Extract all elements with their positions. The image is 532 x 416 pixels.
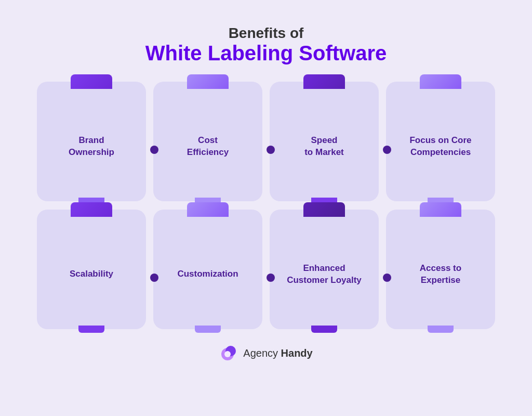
card-focus-core: Focus on CoreCompetencies [386, 82, 495, 201]
benefits-grid: BrandOwnership CostEfficiency Speedto Ma… [37, 82, 495, 329]
card-brand-ownership: BrandOwnership [37, 82, 146, 201]
card-tab-top [303, 202, 345, 217]
card-label-scalability: Scalability [63, 223, 119, 326]
card-label-brand-ownership: BrandOwnership [62, 95, 121, 198]
card-tab-top [71, 74, 112, 89]
card-speed-to-market: Speedto Market [270, 82, 379, 201]
connector-dot-r1-3 [383, 146, 391, 154]
card-tab-bottom [78, 326, 104, 333]
card-label-customer-loyalty: EnhancedCustomer Loyalty [281, 223, 368, 326]
card-label-access-expertise: Access toExpertise [414, 223, 468, 326]
card-customization: Customization [153, 210, 262, 329]
connector-dot-r1-1 [150, 146, 158, 154]
card-tab-bottom [195, 326, 221, 333]
card-tab-top [187, 74, 229, 89]
logo-text-handy: Handy [281, 347, 313, 359]
card-tab-top [420, 202, 461, 217]
card-label-focus-core: Focus on CoreCompetencies [403, 95, 477, 198]
card-tab-top [420, 74, 461, 89]
card-tab-top [303, 74, 345, 89]
logo-area: Agency Handy [219, 344, 312, 362]
card-tab-bottom [428, 326, 454, 333]
connector-dot-r1-2 [267, 146, 275, 154]
card-cost-efficiency: CostEfficiency [153, 82, 262, 201]
card-customer-loyalty: EnhancedCustomer Loyalty [270, 210, 379, 329]
page-header: Benefits of White Labeling Software [145, 25, 387, 65]
header-subtitle: Benefits of [145, 25, 387, 42]
card-tab-top [187, 202, 229, 217]
connector-dot-r2-3 [383, 274, 391, 282]
card-label-speed-to-market: Speedto Market [298, 95, 350, 198]
card-label-customization: Customization [171, 223, 244, 326]
connector-dot-r2-1 [150, 274, 158, 282]
card-access-expertise: Access toExpertise [386, 210, 495, 329]
card-scalability: Scalability [37, 210, 146, 329]
agency-handy-logo-icon [219, 344, 238, 362]
connector-dot-r2-2 [267, 274, 275, 282]
card-tab-top [71, 202, 112, 217]
card-label-cost-efficiency: CostEfficiency [181, 95, 235, 198]
logo-text: Agency Handy [243, 347, 312, 359]
svg-point-2 [224, 351, 231, 357]
card-tab-bottom [311, 326, 337, 333]
header-title: White Labeling Software [145, 42, 387, 65]
